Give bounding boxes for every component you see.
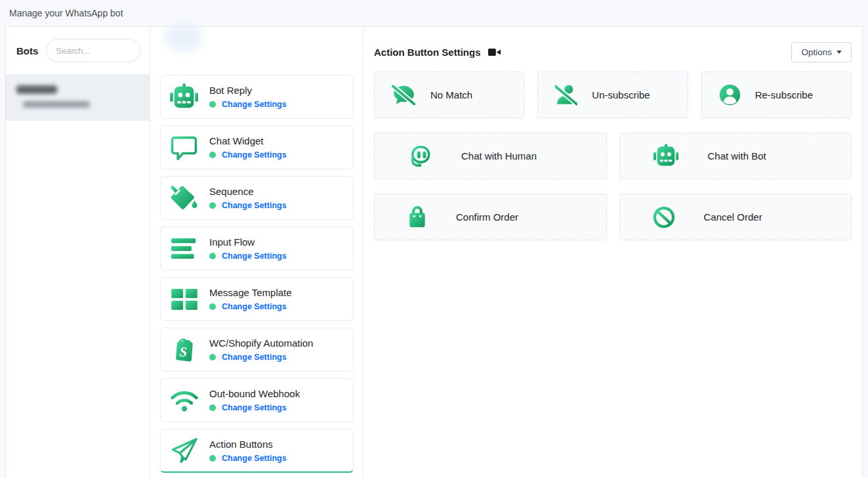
status-dot	[209, 404, 216, 411]
change-settings-link[interactable]: Change Settings	[222, 201, 287, 210]
feature-card-chat-widget[interactable]: Chat Widget Change Settings	[160, 125, 354, 169]
action-button-settings-panel: Action Button Settings Options	[363, 27, 862, 478]
shopify-icon: S	[169, 337, 199, 363]
feature-title: Bot Reply	[209, 85, 287, 96]
change-settings-link[interactable]: Change Settings	[222, 251, 287, 261]
feature-title: Out-bound Webhook	[209, 388, 300, 399]
change-settings-link[interactable]: Change Settings	[222, 403, 287, 412]
robot-icon	[169, 83, 199, 110]
panel-header: Action Button Settings Options	[374, 41, 852, 62]
action-card-unsubscribe[interactable]: Un-subscribe	[537, 72, 688, 118]
grid-squares-icon	[169, 289, 199, 310]
paper-plane-icon	[169, 437, 199, 464]
search-input[interactable]	[46, 39, 140, 62]
action-row-1: No Match Un-subscribe	[374, 72, 852, 118]
action-row-2: Chat with Human Chat with Bot	[374, 133, 852, 179]
change-settings-link[interactable]: Change Settings	[222, 150, 287, 160]
feature-title: Input Flow	[209, 236, 287, 248]
feature-card-shopify-automation[interactable]: S WC/Shopify Automation Change Settings	[160, 328, 354, 372]
action-row-3: Confirm Order Cancel Order	[374, 194, 852, 240]
shopping-bag-icon	[407, 206, 427, 228]
feature-card-bot-reply[interactable]: Bot Reply Change Settings	[160, 75, 354, 119]
bot-phone-redacted	[23, 101, 90, 108]
options-label: Options	[801, 47, 832, 57]
user-circle-icon	[719, 84, 741, 106]
status-dot	[209, 101, 216, 108]
status-dot	[209, 303, 216, 310]
video-camera-icon[interactable]	[488, 48, 501, 56]
wifi-icon	[169, 389, 199, 412]
feature-card-outbound-webhook[interactable]: Out-bound Webhook Change Settings	[160, 378, 354, 422]
action-card-chat-with-human[interactable]: Chat with Human	[374, 133, 607, 179]
feature-card-input-flow[interactable]: Input Flow Change Settings	[160, 227, 354, 271]
chevron-down-icon	[837, 51, 842, 54]
status-dot	[209, 354, 216, 360]
feature-title: Message Template	[209, 287, 292, 298]
action-card-resubscribe[interactable]: Re-subscribe	[701, 72, 852, 118]
feature-title: Chat Widget	[209, 135, 287, 146]
bot-name-redacted	[16, 85, 57, 94]
comment-slash-icon	[392, 85, 416, 105]
action-label: Confirm Order	[456, 211, 518, 223]
status-dot	[209, 253, 216, 259]
svg-text:S: S	[179, 345, 186, 359]
feature-card-action-buttons[interactable]: Action Buttons Change Settings	[160, 429, 354, 473]
robot-icon	[653, 144, 679, 168]
feature-title: WC/Shopify Automation	[209, 337, 313, 349]
feature-card-message-template[interactable]: Message Template Change Settings	[160, 277, 354, 321]
action-label: No Match	[430, 89, 472, 100]
action-card-confirm-order[interactable]: Confirm Order	[374, 194, 607, 240]
chat-bubble-icon	[169, 135, 199, 160]
bot-list-item-selected[interactable]	[6, 74, 150, 121]
change-settings-link[interactable]: Change Settings	[222, 100, 287, 109]
action-label: Un-subscribe	[592, 89, 650, 100]
feature-list: Bot Reply Change Settings Chat Widget Ch…	[150, 27, 363, 478]
action-card-cancel-order[interactable]: Cancel Order	[619, 194, 852, 240]
bots-heading: Bots	[16, 45, 38, 56]
status-dot	[209, 455, 216, 462]
user-slash-icon	[555, 84, 577, 106]
feature-title: Action Buttons	[209, 439, 287, 450]
top-bar: Manage your WhatsApp bot	[0, 0, 868, 26]
feature-card-sequence[interactable]: Sequence Change Settings	[160, 176, 354, 220]
status-dot	[209, 202, 216, 209]
bots-sidebar: Bots	[6, 27, 150, 478]
ban-icon	[653, 206, 675, 228]
panel-title: Action Button Settings	[374, 47, 480, 58]
action-label: Re-subscribe	[755, 89, 813, 100]
feature-title: Sequence	[209, 186, 287, 197]
sidebar-header: Bots	[6, 27, 150, 74]
list-bars-icon	[169, 238, 199, 259]
paint-bucket-icon	[169, 185, 199, 211]
action-label: Chat with Human	[461, 150, 537, 162]
action-label: Cancel Order	[704, 211, 762, 223]
action-label: Chat with Bot	[708, 150, 766, 162]
page-title: Manage your WhatsApp bot	[9, 8, 123, 18]
main-panel: Bots	[5, 26, 863, 478]
change-settings-link[interactable]: Change Settings	[222, 302, 287, 311]
status-dot	[209, 152, 216, 158]
blurred-avatar-blob	[165, 24, 203, 52]
action-card-chat-with-bot[interactable]: Chat with Bot	[619, 133, 852, 179]
change-settings-link[interactable]: Change Settings	[222, 353, 287, 362]
action-card-no-match[interactable]: No Match	[374, 72, 524, 118]
headset-icon	[407, 144, 432, 168]
options-button[interactable]: Options	[791, 42, 852, 62]
change-settings-link[interactable]: Change Settings	[222, 454, 287, 463]
